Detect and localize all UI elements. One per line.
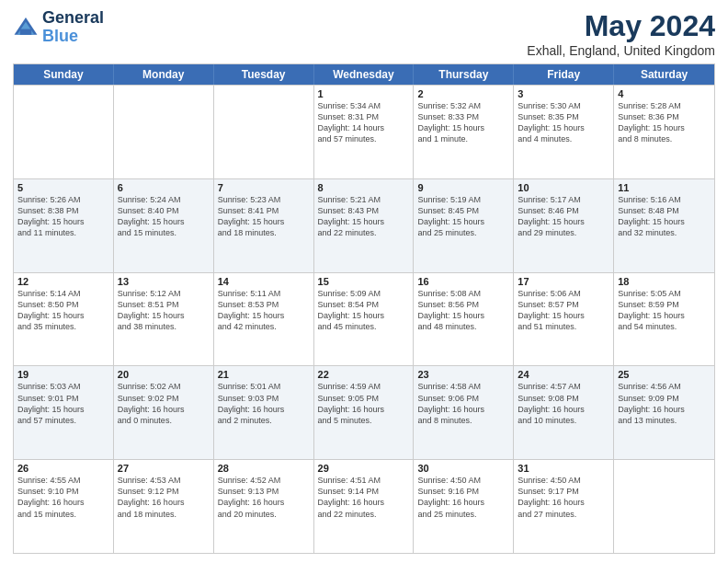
day-info: Sunrise: 5:03 AM Sunset: 9:01 PM Dayligh… <box>17 381 109 426</box>
day-cell-17: 17Sunrise: 5:06 AM Sunset: 8:57 PM Dayli… <box>514 273 614 366</box>
day-info: Sunrise: 5:23 AM Sunset: 8:41 PM Dayligh… <box>218 194 310 239</box>
day-cell-31: 31Sunrise: 4:50 AM Sunset: 9:17 PM Dayli… <box>514 460 614 553</box>
day-info: Sunrise: 5:01 AM Sunset: 9:03 PM Dayligh… <box>218 381 310 426</box>
day-info: Sunrise: 4:51 AM Sunset: 9:14 PM Dayligh… <box>318 475 410 520</box>
day-info: Sunrise: 5:14 AM Sunset: 8:50 PM Dayligh… <box>17 288 109 333</box>
day-info: Sunrise: 5:05 AM Sunset: 8:59 PM Dayligh… <box>618 288 711 333</box>
day-info: Sunrise: 4:57 AM Sunset: 9:08 PM Dayligh… <box>518 381 609 426</box>
day-number: 17 <box>518 276 609 287</box>
day-number: 7 <box>218 182 310 193</box>
day-header-thursday: Thursday <box>414 64 514 85</box>
day-cell-3: 3Sunrise: 5:30 AM Sunset: 8:35 PM Daylig… <box>514 86 614 178</box>
day-header-sunday: Sunday <box>14 64 114 85</box>
day-number: 16 <box>417 276 509 287</box>
day-header-monday: Monday <box>114 64 214 85</box>
day-number: 4 <box>618 88 711 99</box>
day-number: 21 <box>218 369 310 380</box>
logo-icon <box>13 15 39 40</box>
day-info: Sunrise: 5:12 AM Sunset: 8:51 PM Dayligh… <box>118 288 210 333</box>
day-number: 31 <box>518 463 609 474</box>
day-number: 30 <box>417 463 509 474</box>
week-row-3: 12Sunrise: 5:14 AM Sunset: 8:50 PM Dayli… <box>14 272 714 366</box>
title-block: May 2024 Exhall, England, United Kingdom <box>527 9 715 58</box>
day-number: 9 <box>417 182 509 193</box>
day-number: 8 <box>318 182 410 193</box>
day-cell-7: 7Sunrise: 5:23 AM Sunset: 8:41 PM Daylig… <box>214 179 314 272</box>
day-headers: SundayMondayTuesdayWednesdayThursdayFrid… <box>14 64 714 85</box>
logo-line1: General <box>42 9 104 28</box>
day-number: 10 <box>518 182 609 193</box>
day-info: Sunrise: 5:11 AM Sunset: 8:53 PM Dayligh… <box>218 288 310 333</box>
day-info: Sunrise: 4:58 AM Sunset: 9:06 PM Dayligh… <box>417 381 509 426</box>
day-number: 29 <box>318 463 410 474</box>
header: General Blue May 2024 Exhall, England, U… <box>13 9 715 58</box>
logo-line2: Blue <box>42 27 78 45</box>
week-row-1: 1Sunrise: 5:34 AM Sunset: 8:31 PM Daylig… <box>14 85 714 178</box>
day-cell-10: 10Sunrise: 5:17 AM Sunset: 8:46 PM Dayli… <box>514 179 614 272</box>
day-cell-25: 25Sunrise: 4:56 AM Sunset: 9:09 PM Dayli… <box>614 366 714 459</box>
day-info: Sunrise: 4:50 AM Sunset: 9:16 PM Dayligh… <box>417 475 509 520</box>
day-cell-27: 27Sunrise: 4:53 AM Sunset: 9:12 PM Dayli… <box>114 460 214 553</box>
day-info: Sunrise: 5:02 AM Sunset: 9:02 PM Dayligh… <box>118 381 210 426</box>
day-cell-1: 1Sunrise: 5:34 AM Sunset: 8:31 PM Daylig… <box>314 86 415 178</box>
day-info: Sunrise: 5:19 AM Sunset: 8:45 PM Dayligh… <box>417 194 509 239</box>
page: General Blue May 2024 Exhall, England, U… <box>0 0 728 563</box>
day-number: 3 <box>518 88 609 99</box>
day-info: Sunrise: 4:53 AM Sunset: 9:12 PM Dayligh… <box>118 475 210 520</box>
day-cell-18: 18Sunrise: 5:05 AM Sunset: 8:59 PM Dayli… <box>614 273 714 366</box>
day-info: Sunrise: 5:09 AM Sunset: 8:54 PM Dayligh… <box>318 288 410 333</box>
day-number: 5 <box>17 182 109 193</box>
day-cell-2: 2Sunrise: 5:32 AM Sunset: 8:33 PM Daylig… <box>414 86 514 178</box>
day-number: 28 <box>218 463 310 474</box>
day-cell-9: 9Sunrise: 5:19 AM Sunset: 8:45 PM Daylig… <box>414 179 514 272</box>
day-number: 25 <box>618 369 711 380</box>
day-cell-22: 22Sunrise: 4:59 AM Sunset: 9:05 PM Dayli… <box>314 366 415 459</box>
day-cell-28: 28Sunrise: 4:52 AM Sunset: 9:13 PM Dayli… <box>214 460 314 553</box>
day-cell-21: 21Sunrise: 5:01 AM Sunset: 9:03 PM Dayli… <box>214 366 314 459</box>
day-info: Sunrise: 5:21 AM Sunset: 8:43 PM Dayligh… <box>318 194 410 239</box>
day-header-saturday: Saturday <box>614 64 714 85</box>
day-number: 27 <box>118 463 210 474</box>
subtitle: Exhall, England, United Kingdom <box>527 43 715 58</box>
day-number: 18 <box>618 276 711 287</box>
day-cell-20: 20Sunrise: 5:02 AM Sunset: 9:02 PM Dayli… <box>114 366 214 459</box>
week-row-5: 26Sunrise: 4:55 AM Sunset: 9:10 PM Dayli… <box>14 459 714 553</box>
day-info: Sunrise: 5:30 AM Sunset: 8:35 PM Dayligh… <box>518 100 609 145</box>
day-info: Sunrise: 5:17 AM Sunset: 8:46 PM Dayligh… <box>518 194 609 239</box>
day-cell-13: 13Sunrise: 5:12 AM Sunset: 8:51 PM Dayli… <box>114 273 214 366</box>
day-cell-24: 24Sunrise: 4:57 AM Sunset: 9:08 PM Dayli… <box>514 366 614 459</box>
day-info: Sunrise: 5:16 AM Sunset: 8:48 PM Dayligh… <box>618 194 711 239</box>
logo: General Blue <box>13 9 104 46</box>
day-info: Sunrise: 4:56 AM Sunset: 9:09 PM Dayligh… <box>618 381 711 426</box>
day-cell-16: 16Sunrise: 5:08 AM Sunset: 8:56 PM Dayli… <box>414 273 514 366</box>
week-row-2: 5Sunrise: 5:26 AM Sunset: 8:38 PM Daylig… <box>14 178 714 272</box>
day-cell-19: 19Sunrise: 5:03 AM Sunset: 9:01 PM Dayli… <box>14 366 114 459</box>
day-info: Sunrise: 5:06 AM Sunset: 8:57 PM Dayligh… <box>518 288 609 333</box>
day-number: 12 <box>17 276 109 287</box>
day-info: Sunrise: 4:59 AM Sunset: 9:05 PM Dayligh… <box>318 381 410 426</box>
day-info: Sunrise: 5:32 AM Sunset: 8:33 PM Dayligh… <box>417 100 509 145</box>
day-number: 26 <box>17 463 109 474</box>
day-info: Sunrise: 5:24 AM Sunset: 8:40 PM Dayligh… <box>118 194 210 239</box>
day-number: 1 <box>318 88 410 99</box>
day-info: Sunrise: 5:26 AM Sunset: 8:38 PM Dayligh… <box>17 194 109 239</box>
day-number: 14 <box>218 276 310 287</box>
day-cell-empty <box>114 86 214 178</box>
day-cell-empty <box>214 86 314 178</box>
day-header-wednesday: Wednesday <box>314 64 415 85</box>
day-number: 13 <box>118 276 210 287</box>
day-cell-29: 29Sunrise: 4:51 AM Sunset: 9:14 PM Dayli… <box>314 460 415 553</box>
day-info: Sunrise: 4:55 AM Sunset: 9:10 PM Dayligh… <box>17 475 109 520</box>
day-number: 19 <box>17 369 109 380</box>
logo-text: General Blue <box>42 9 104 46</box>
day-number: 22 <box>318 369 410 380</box>
day-cell-30: 30Sunrise: 4:50 AM Sunset: 9:16 PM Dayli… <box>414 460 514 553</box>
calendar-body: 1Sunrise: 5:34 AM Sunset: 8:31 PM Daylig… <box>14 85 714 553</box>
day-cell-23: 23Sunrise: 4:58 AM Sunset: 9:06 PM Dayli… <box>414 366 514 459</box>
day-info: Sunrise: 5:08 AM Sunset: 8:56 PM Dayligh… <box>417 288 509 333</box>
day-cell-14: 14Sunrise: 5:11 AM Sunset: 8:53 PM Dayli… <box>214 273 314 366</box>
week-row-4: 19Sunrise: 5:03 AM Sunset: 9:01 PM Dayli… <box>14 365 714 459</box>
day-cell-empty <box>14 86 114 178</box>
day-number: 23 <box>417 369 509 380</box>
main-title: May 2024 <box>527 9 715 43</box>
